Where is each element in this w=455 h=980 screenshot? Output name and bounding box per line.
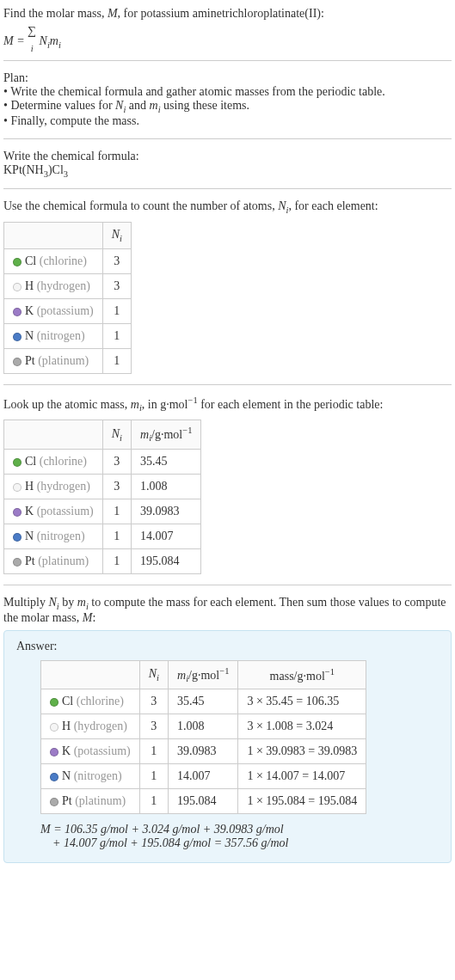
element-dot-icon	[13, 258, 22, 266]
text: , for potassium aminetrichloroplatinate(…	[118, 7, 324, 20]
text: Find the molar mass,	[3, 7, 108, 20]
var-N: N	[278, 199, 286, 212]
text: , for each element:	[288, 199, 378, 212]
element-cell: K (potassium)	[4, 499, 103, 524]
n-value: 3	[102, 273, 131, 298]
n-value: 1	[102, 499, 131, 524]
n-value: 1	[139, 739, 168, 764]
header-empty	[41, 660, 140, 689]
header-N: Ni	[102, 223, 131, 249]
element-name: (nitrogen)	[74, 769, 122, 782]
element-symbol: K	[25, 304, 34, 317]
element-cell: Pt (platinum)	[41, 789, 140, 814]
table-row: Pt (platinum) 1 195.084	[4, 548, 201, 573]
m-value: 14.007	[132, 524, 201, 548]
m-value: 39.0983	[132, 499, 201, 524]
var-m: m	[131, 398, 139, 411]
text: for each element in the periodic table:	[198, 398, 384, 411]
element-dot-icon	[13, 458, 22, 467]
element-name: (platinum)	[38, 554, 89, 567]
element-symbol: H	[25, 480, 34, 493]
formula-sub: 3	[64, 168, 68, 178]
element-name: (potassium)	[74, 744, 131, 757]
element-symbol: Pt	[25, 354, 35, 367]
divider	[3, 585, 452, 585]
prompt: Write the chemical formula:	[3, 150, 452, 163]
formula-m: m	[50, 34, 58, 47]
multiply-section: Multiply Ni by mi to compute the mass fo…	[3, 596, 452, 863]
divider	[3, 384, 452, 385]
formula-part: KPt(NH	[3, 163, 44, 176]
sub-i: i	[58, 40, 61, 50]
element-dot-icon	[50, 723, 58, 732]
prompt: Use the chemical formula to count the nu…	[3, 199, 452, 215]
exp: −1	[188, 395, 197, 405]
header-empty	[4, 223, 103, 249]
table-row: Cl (chlorine) 3	[4, 248, 132, 273]
plan-bullet: • Determine values for Ni and mi using t…	[3, 99, 452, 114]
text: • Determine values for	[3, 99, 115, 112]
n-value: 1	[102, 298, 131, 323]
var-m: m	[77, 596, 86, 609]
element-dot-icon	[50, 698, 58, 707]
m-value: 1.008	[132, 474, 201, 499]
element-symbol: N	[25, 530, 34, 542]
n-value: 1	[102, 548, 131, 573]
header-mass: mass/g·mol−1	[238, 660, 366, 689]
element-name: (potassium)	[37, 505, 94, 518]
table-header-row: Ni	[4, 223, 132, 249]
element-dot-icon	[13, 283, 22, 291]
m-value: 35.45	[169, 689, 238, 714]
mass-value: 3 × 1.008 = 3.024	[238, 714, 366, 739]
table-row: Cl (chlorine) 3 35.45	[4, 449, 201, 474]
element-symbol: N	[25, 329, 34, 342]
lookup-section: Look up the atomic mass, mi, in g·mol−1 …	[3, 395, 452, 574]
table-row: N (nitrogen) 1	[4, 323, 132, 348]
element-cell: H (hydrogen)	[4, 474, 103, 499]
plan-bullet: • Write the chemical formula and gather …	[3, 85, 452, 99]
m-value: 195.084	[169, 789, 238, 814]
element-dot-icon	[13, 333, 22, 341]
n-value: 3	[102, 248, 131, 273]
answer-sum: M = 106.35 g/mol + 3.024 g/mol + 39.0983…	[40, 823, 439, 850]
element-name: (chlorine)	[40, 254, 87, 267]
element-symbol: Cl	[25, 455, 36, 468]
text: and	[126, 99, 149, 112]
table-row: Pt (platinum) 1 195.084 1 × 195.084 = 19…	[41, 789, 366, 814]
n-value: 3	[139, 689, 168, 714]
table-row: H (hydrogen) 3 1.008 3 × 1.008 = 3.024	[41, 714, 366, 739]
element-cell: Pt (platinum)	[4, 548, 103, 573]
table-row: Cl (chlorine) 3 35.45 3 × 35.45 = 106.35	[41, 689, 366, 714]
element-name: (nitrogen)	[37, 329, 85, 342]
m-value: 1.008	[169, 714, 238, 739]
element-symbol: Pt	[62, 794, 72, 807]
element-cell: K (potassium)	[4, 298, 103, 323]
text: :	[92, 611, 95, 624]
element-name: (hydrogen)	[74, 720, 127, 732]
prompt: Multiply Ni by mi to compute the mass fo…	[3, 596, 452, 625]
var-M: M	[108, 7, 118, 20]
header-empty	[4, 420, 103, 449]
chemical-formula-section: Write the chemical formula: KPt(NH3)Cl3	[3, 150, 452, 179]
molar-mass-formula: M = ∑i Nimi	[3, 21, 452, 50]
element-symbol: H	[25, 279, 34, 292]
text: , in g·mol	[142, 398, 188, 411]
element-symbol: H	[62, 720, 71, 732]
element-cell: Cl (chlorine)	[41, 689, 140, 714]
table-header-row: Ni mi/g·mol−1 mass/g·mol−1	[41, 660, 366, 689]
element-name: (chlorine)	[40, 455, 87, 468]
element-cell: H (hydrogen)	[41, 714, 140, 739]
chemical-formula: KPt(NH3)Cl3	[3, 163, 452, 179]
count-table: Ni Cl (chlorine) 3 H (hydrogen) 3 K (pot…	[3, 222, 132, 374]
element-symbol: Cl	[62, 695, 73, 707]
element-dot-icon	[50, 798, 58, 806]
divider	[3, 60, 452, 61]
text: Look up the atomic mass,	[3, 398, 131, 411]
formula-part: )Cl	[48, 163, 64, 176]
plan-title: Plan:	[3, 71, 452, 85]
var-N: N	[49, 596, 57, 609]
m-value: 35.45	[132, 449, 201, 474]
var-M: M	[83, 611, 93, 624]
table-row: H (hydrogen) 3	[4, 273, 132, 298]
var-m: m	[150, 99, 158, 112]
